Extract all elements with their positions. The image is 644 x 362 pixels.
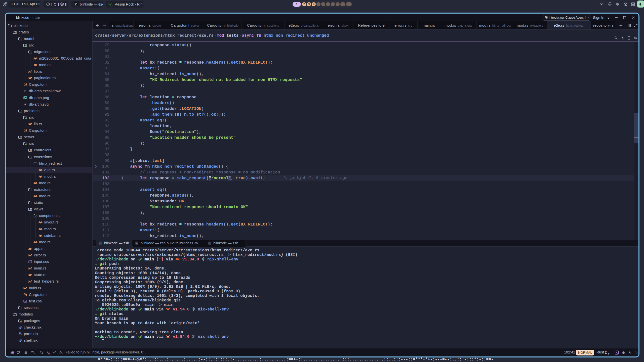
svg-text:css: css [24,301,26,302]
svg-text:css: css [29,261,31,263]
svg-text:Z: Z [605,351,607,354]
